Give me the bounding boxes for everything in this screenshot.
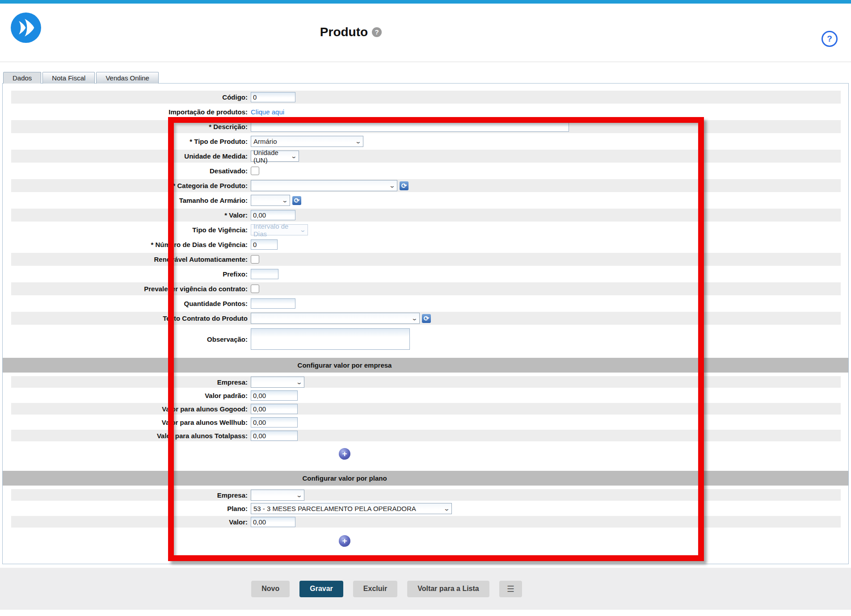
- observacao-label: Observação:: [3, 335, 251, 343]
- descricao-label: * Descrição:: [3, 123, 251, 130]
- footer-buttons: NovoGravarExcluirVoltar para a Lista☰: [0, 581, 773, 597]
- row-tipo-de-produto: * Tipo de Produto:Armário⌄: [3, 134, 848, 149]
- chevron-down-icon: ⌄: [443, 505, 450, 512]
- valor-para-alunos-totalpass-input[interactable]: [251, 431, 298, 441]
- tamanho-de-armario-label: Tamanho de Armário:: [3, 197, 251, 204]
- row-categoria-de-produto: * Categoria de Produto:⌄⟳: [3, 178, 848, 193]
- categoria-de-produto-select[interactable]: ⌄: [251, 180, 397, 191]
- novo-button[interactable]: Novo: [251, 581, 290, 597]
- categoria-de-produto-label: * Categoria de Produto:: [3, 182, 251, 189]
- add-row: +: [3, 442, 848, 465]
- plano-label: Plano:: [3, 505, 251, 512]
- row-observacao: Observação:: [3, 326, 848, 352]
- chevron-down-icon: ⌄: [291, 153, 297, 159]
- prevalecer-vigencia-do-contrato-label: Prevalecer vigência do contrato:: [3, 285, 251, 293]
- row-valor-para-alunos-totalpass: Valor para alunos Totalpass:: [3, 429, 848, 442]
- add-button-configurar-valor-por-empresa[interactable]: +: [339, 448, 350, 460]
- empresa-plano-label: Empresa:: [3, 491, 251, 499]
- voltar-para-a-lista-button[interactable]: Voltar para a Lista: [407, 581, 489, 597]
- row-importacao-de-produtos: Importação de produtos:Clique aqui: [3, 105, 848, 119]
- valor-padrao-input[interactable]: [251, 390, 298, 401]
- valor-plano-label: Valor:: [3, 518, 251, 526]
- section-title: Configurar valor por plano: [3, 474, 687, 482]
- row-valor-para-alunos-wellhub: Valor para alunos Wellhub:: [3, 415, 848, 429]
- desativado-label: Desativado:: [3, 167, 251, 175]
- plano-select[interactable]: 53 - 3 MESES PARCELAMENTO PELA OPERADORA…: [251, 503, 452, 514]
- valor-label: * Valor:: [3, 211, 251, 219]
- observacao-textarea[interactable]: [251, 328, 410, 350]
- page-title: Produto: [320, 25, 368, 39]
- chevron-down-icon: ⌄: [282, 197, 288, 204]
- row-descricao: * Descrição:: [3, 119, 848, 134]
- valor-padrao-label: Valor padrão:: [3, 392, 251, 399]
- plano-selected-value: 53 - 3 MESES PARCELAMENTO PELA OPERADORA: [253, 505, 416, 512]
- texto-contrato-do-produto-select[interactable]: ⌄: [251, 313, 420, 324]
- valor-para-alunos-wellhub-label: Valor para alunos Wellhub:: [3, 419, 251, 426]
- tab-nota-fiscal[interactable]: Nota Fiscal: [42, 72, 95, 84]
- excluir-button[interactable]: Excluir: [353, 581, 397, 597]
- valor-plano-input[interactable]: [251, 517, 295, 527]
- section-header-configurar-valor-por-plano: Configurar valor por plano: [3, 471, 848, 486]
- tab-vendas-online[interactable]: Vendas Online: [96, 72, 159, 84]
- tipo-de-produto-label: * Tipo de Produto:: [3, 138, 251, 145]
- importacao-de-produtos-link[interactable]: Clique aqui: [251, 108, 284, 116]
- desativado-checkbox[interactable]: [251, 167, 259, 175]
- valor-input[interactable]: [251, 210, 295, 220]
- footer: NovoGravarExcluirVoltar para a Lista☰: [0, 568, 851, 610]
- codigo-label: Código:: [3, 93, 251, 101]
- gravar-button[interactable]: Gravar: [299, 581, 343, 597]
- row-quantidade-pontos: Quantidade Pontos:: [3, 296, 848, 311]
- row-desativado: Desativado:: [3, 163, 848, 178]
- row-valor-plano: Valor:: [3, 515, 848, 528]
- add-button-configurar-valor-por-plano[interactable]: +: [339, 535, 350, 547]
- list-button[interactable]: ☰: [499, 581, 522, 597]
- row-prevalecer-vigencia-do-contrato: Prevalecer vigência do contrato:: [3, 281, 848, 296]
- tab-dados[interactable]: Dados: [3, 72, 41, 84]
- refresh-icon[interactable]: ⟳: [292, 196, 301, 205]
- codigo-input[interactable]: [251, 92, 295, 102]
- title-help-icon[interactable]: ?: [372, 27, 382, 37]
- valor-para-alunos-gogood-label: Valor para alunos Gogood:: [3, 405, 251, 413]
- row-tamanho-de-armario: Tamanho de Armário:⌄⟳: [3, 193, 848, 208]
- row-empresa: Empresa:⌄: [3, 375, 848, 389]
- descricao-input[interactable]: [251, 122, 569, 132]
- row-prefixo: Prefixo:: [3, 267, 848, 281]
- empresa-label: Empresa:: [3, 378, 251, 386]
- row-tipo-de-vigencia: Tipo de Vigência:Intervalo de Dias⌄: [3, 222, 848, 237]
- tipo-de-produto-select[interactable]: Armário⌄: [251, 136, 363, 147]
- chevron-down-icon: ⌄: [411, 315, 418, 322]
- numero-de-dias-de-vigencia-input[interactable]: [251, 239, 278, 250]
- row-texto-contrato-do-produto: Texto Contrato do Produto⌄⟳: [3, 311, 848, 326]
- numero-de-dias-de-vigencia-label: * Número de Dias de Vigência:: [3, 241, 251, 248]
- row-empresa-plano: Empresa:⌄: [3, 488, 848, 502]
- empresa-select[interactable]: ⌄: [251, 377, 304, 388]
- tipo-de-vigencia-label: Tipo de Vigência:: [3, 226, 251, 234]
- renovavel-automaticamente-checkbox[interactable]: [251, 255, 259, 264]
- unidade-de-medida-select[interactable]: Unidade (UN)⌄: [251, 151, 299, 162]
- prevalecer-vigencia-do-contrato-checkbox[interactable]: [251, 285, 259, 293]
- refresh-icon[interactable]: ⟳: [400, 181, 409, 190]
- row-valor-padrao: Valor padrão:: [3, 389, 848, 402]
- chevron-down-icon: ⌄: [355, 138, 362, 145]
- prefixo-input[interactable]: [251, 269, 278, 279]
- section-title: Configurar valor por empresa: [3, 361, 687, 369]
- empresa-plano-select[interactable]: ⌄: [251, 490, 304, 501]
- row-valor: * Valor:: [3, 208, 848, 222]
- row-numero-de-dias-de-vigencia: * Número de Dias de Vigência:: [3, 237, 848, 252]
- tipo-de-vigencia-select: Intervalo de Dias⌄: [251, 224, 308, 235]
- valor-para-alunos-totalpass-label: Valor para alunos Totalpass:: [3, 432, 251, 440]
- tipo-de-vigencia-selected-value: Intervalo de Dias: [253, 222, 298, 238]
- refresh-icon[interactable]: ⟳: [422, 314, 431, 323]
- importacao-de-produtos-label: Importação de produtos:: [3, 108, 251, 116]
- quantidade-pontos-input[interactable]: [251, 298, 295, 309]
- valor-para-alunos-gogood-input[interactable]: [251, 404, 298, 414]
- tipo-de-produto-selected-value: Armário: [253, 138, 277, 145]
- tamanho-de-armario-select[interactable]: ⌄: [251, 195, 290, 206]
- valor-para-alunos-wellhub-input[interactable]: [251, 417, 298, 427]
- section-header-configurar-valor-por-empresa: Configurar valor por empresa: [3, 358, 848, 373]
- help-icon[interactable]: ?: [822, 31, 838, 47]
- row-renovavel-automaticamente: Renovável Automaticamente:: [3, 252, 848, 267]
- renovavel-automaticamente-label: Renovável Automaticamente:: [3, 256, 251, 263]
- unidade-de-medida-label: Unidade de Medida:: [3, 152, 251, 160]
- row-codigo: Código:: [3, 90, 848, 105]
